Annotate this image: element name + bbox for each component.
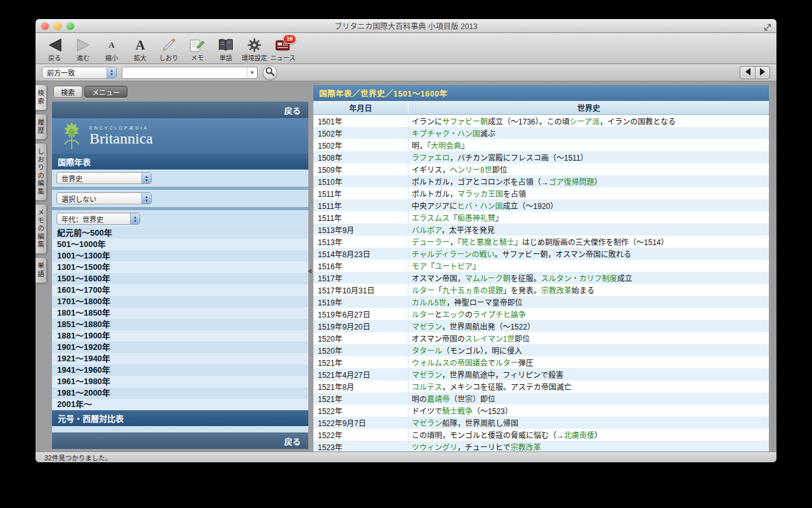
entry-link[interactable]: 宗教改革 — [511, 443, 541, 451]
entry-link[interactable]: 大明会典 — [431, 142, 461, 150]
entry-link[interactable]: デューラー — [412, 238, 450, 247]
entry-link[interactable]: マムルーク朝 — [465, 274, 511, 283]
entry-link[interactable]: マゼラン — [412, 371, 442, 380]
toolbar-bookmark-button[interactable]: しおり — [155, 36, 183, 62]
search-combobox[interactable]: ▼ — [122, 67, 258, 79]
titlebar[interactable]: ブリタニカ国際大百科事典 小項目版 2013 — [36, 19, 776, 33]
entry-link[interactable]: ライプチヒ論争 — [473, 311, 526, 319]
entry-link[interactable]: 痴愚神礼賛 — [457, 214, 495, 223]
toolbar-shrink-button[interactable]: A縮小 — [98, 36, 126, 62]
entry-link[interactable]: サファビー朝 — [442, 117, 488, 126]
year-range-item[interactable]: 1301〜1500年 — [52, 262, 308, 273]
table-row: 1522年この頃明，モンゴルと倭寇の脅威に悩む（→北虜南倭） — [313, 429, 769, 441]
entry-link[interactable]: エック — [442, 311, 465, 319]
sidebar-tab-0[interactable]: 検索 — [53, 86, 82, 98]
entry-link[interactable]: コルテス — [412, 383, 442, 392]
row-date: 1501年 — [313, 115, 409, 127]
year-range-item[interactable]: 1961〜1980年 — [52, 376, 308, 387]
toolbar-news-button[interactable]: 16ニュース — [269, 36, 297, 62]
table-row: 1522年ドイツで騎士戦争（〜1523） — [313, 404, 769, 417]
entry-link[interactable]: マゼラン — [412, 419, 442, 428]
side-tab-1[interactable]: 履歴 — [36, 114, 47, 140]
filter-row: 選択しない▲▼ — [52, 190, 308, 207]
year-range-item[interactable]: 1981〜2000年 — [52, 387, 308, 399]
popup-stepper-icon: ▲▼ — [130, 213, 140, 224]
year-range-item[interactable]: 1851〜1880年 — [52, 319, 308, 330]
toolbar: 戻る進むA縮小A拡大しおりメモ単語環境設定16ニュース — [36, 33, 776, 64]
entry-link[interactable]: 九十五ヵ条の提題 — [442, 286, 503, 295]
year-range-item[interactable]: 1921〜1940年 — [52, 353, 308, 364]
side-tab-2[interactable]: しおりの編集 — [36, 143, 47, 201]
entry-link[interactable]: ルター — [495, 359, 518, 368]
toolbar-enlarge-button[interactable]: A拡大 — [126, 36, 154, 62]
entry-link[interactable]: マラッカ王国 — [457, 190, 503, 199]
entry-link[interactable]: 北虜南倭 — [564, 431, 594, 440]
toolbar-back-button[interactable]: 戻る — [41, 36, 69, 62]
entry-link[interactable]: スレイマン1世 — [465, 335, 515, 344]
row-date: 1520年 — [313, 344, 409, 356]
entry-link[interactable]: 嘉靖帝 — [427, 395, 450, 404]
minimize-button[interactable] — [54, 22, 62, 30]
search-input[interactable] — [122, 67, 247, 78]
entry-link[interactable]: カルル5世 — [412, 298, 447, 307]
year-range-item[interactable]: 1601〜1700年 — [52, 284, 308, 296]
year-range-item[interactable]: 2001年〜 — [52, 399, 308, 410]
entry-link[interactable]: ゴア復帰問題 — [549, 178, 594, 187]
toolbar-settings-button[interactable]: 環境設定 — [240, 36, 268, 62]
year-range-item[interactable]: 紀元前〜500年 — [52, 227, 308, 239]
entry-link[interactable]: ツウィングリ — [412, 443, 457, 451]
entry-link[interactable]: マゼラン — [412, 323, 442, 331]
entry-link[interactable]: スルタン・カリフ制度 — [541, 274, 617, 283]
entry-link[interactable]: ウォルムスの帝国議会 — [412, 359, 488, 368]
combo-dropdown-icon[interactable]: ▼ — [247, 67, 257, 78]
entry-link[interactable]: 騎士戦争 — [442, 407, 473, 416]
year-range-item[interactable]: 1501〜1600年 — [52, 273, 308, 284]
year-range-item[interactable]: 1701〜1800年 — [52, 296, 308, 307]
year-range-item[interactable]: 1941〜1960年 — [52, 364, 308, 376]
sidebar-tab-1[interactable]: メニュー — [84, 86, 128, 98]
entry-link[interactable]: ルター — [412, 311, 435, 319]
year-range-item[interactable]: 1881〜1900年 — [52, 330, 308, 342]
history-back-button[interactable] — [740, 67, 755, 79]
entry-link[interactable]: バルボア — [412, 226, 442, 235]
entry-link[interactable]: ルター — [412, 286, 435, 295]
entry-link[interactable]: チャルディラーンの戦い — [412, 250, 494, 259]
year-range-item[interactable]: 501〜1000年 — [52, 239, 308, 250]
side-tab-4[interactable]: 単語 — [36, 257, 47, 283]
toolbar-label: 進む — [77, 54, 89, 62]
year-range-item[interactable]: 1001〜1300年 — [52, 250, 308, 262]
close-button[interactable] — [41, 22, 49, 30]
toolbar-memo-button[interactable]: メモ — [183, 36, 211, 62]
entry-link[interactable]: キプチャク・ハン国 — [412, 130, 480, 138]
entry-link[interactable]: 死と悪魔と騎士 — [461, 238, 514, 247]
entry-link[interactable]: ヘンリー8世 — [450, 166, 492, 175]
column-header-world-history: 世界史 — [409, 101, 769, 114]
splitter-collapse-handle[interactable] — [307, 265, 313, 273]
entry-link[interactable]: モア — [412, 262, 427, 271]
sidebar-back-bottom-button[interactable]: 戻る — [52, 432, 308, 449]
zoom-button[interactable] — [67, 22, 74, 30]
entry-link[interactable]: エラスムス — [412, 214, 450, 223]
year-range-item[interactable]: 1901〜1920年 — [52, 342, 308, 353]
entry-link[interactable]: ユートピア — [435, 262, 473, 271]
match-mode-select[interactable]: 前方一致▲▼ — [42, 67, 117, 79]
era-conversion-table-link[interactable]: 元号・西暦対比表 — [52, 410, 308, 426]
entry-link[interactable]: タタール — [412, 347, 442, 356]
side-tab-3[interactable]: メモの編集 — [36, 204, 47, 254]
category-select[interactable]: 世界史▲▼ — [56, 172, 152, 184]
side-tab-0[interactable]: 検索 — [36, 84, 47, 110]
window-resize-icon[interactable] — [764, 22, 771, 30]
breadcrumb-bar: 国際年表／世界史／1501〜1600年 — [313, 85, 769, 101]
entry-link[interactable]: シーア派 — [570, 117, 600, 126]
year-range-item[interactable]: 1801〜1850年 — [52, 307, 308, 319]
entry-link[interactable]: 宗教改革 — [541, 286, 572, 295]
entry-link[interactable]: ラファエロ — [412, 154, 450, 163]
toolbar-word-button[interactable]: 単語 — [212, 36, 240, 62]
sidebar-back-top-button[interactable]: 戻る — [52, 102, 308, 118]
search-button[interactable] — [263, 65, 277, 80]
entry-link[interactable]: ヒバ・ハン国 — [457, 202, 503, 211]
era-view-select[interactable]: 年代：世界史▲▼ — [56, 213, 140, 225]
history-forward-button[interactable] — [755, 67, 769, 79]
toolbar-label: 単語 — [219, 54, 232, 62]
subcategory-select[interactable]: 選択しない▲▼ — [56, 192, 152, 204]
